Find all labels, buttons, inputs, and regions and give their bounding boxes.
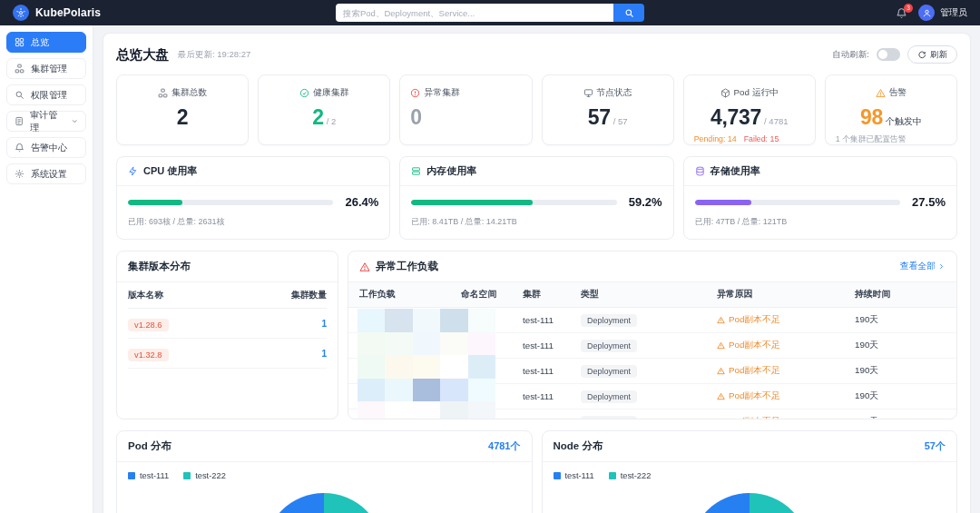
auto-refresh-toggle[interactable] [877, 48, 900, 61]
pod-distribution-card: Pod 分布 4781个 test-111 test-222 [116, 430, 533, 513]
search-icon [624, 8, 634, 18]
stat-card-total-clusters[interactable]: 集群总数 2 [116, 74, 249, 145]
search-button[interactable] [613, 4, 644, 22]
workload-table: 工作负载 命名空间 集群 类型 异常原因 持续时间 tes [348, 282, 956, 419]
chevron-right-icon [937, 262, 946, 271]
alert-triangle-icon [359, 261, 370, 272]
memory-detail: 已用: 8.41TB / 总量: 14.21TB [411, 216, 662, 228]
cluster-count: 1 [270, 319, 327, 329]
stat-value: 57 [588, 105, 611, 129]
alert-triangle-icon [717, 367, 725, 375]
sidebar-label: 系统设置 [31, 168, 67, 181]
sidebar-label: 总览 [31, 36, 49, 49]
cpu-percent: 26.4% [342, 195, 378, 209]
card-title: 集群版本分布 [128, 260, 191, 273]
redacted-mosaic [358, 309, 495, 419]
stat-value: 4,737 [710, 105, 761, 129]
storage-icon [695, 166, 705, 176]
storage-usage-card: 存储使用率 27.5% 已用: 47TB / 总量: 121TB [683, 156, 957, 240]
search-input[interactable] [336, 4, 613, 22]
bell-icon [15, 143, 24, 153]
global-search [336, 4, 644, 22]
sidebar: 总览 集群管理 权限管理 审计管理 告警中心 系统设置 [0, 25, 93, 513]
type-pill: Deployment [581, 416, 637, 420]
alert-triangle-icon [717, 418, 725, 419]
sidebar-item-alerts[interactable]: 告警中心 [6, 137, 86, 158]
sidebar-item-permissions[interactable]: 权限管理 [6, 84, 86, 105]
memory-icon [411, 166, 421, 176]
notifications-button[interactable]: 3 [896, 7, 907, 19]
version-row[interactable]: v1.28.6 1 [128, 309, 327, 339]
sidebar-label: 集群管理 [31, 63, 67, 75]
version-row[interactable]: v1.32.8 1 [128, 339, 327, 369]
stat-value: 2 [312, 105, 324, 129]
stat-card-abnormal-clusters[interactable]: 异常集群 0 [399, 74, 532, 145]
stat-card-healthy-clusters[interactable]: 健康集群 2/ 2 [258, 74, 390, 145]
legend-item[interactable]: test-111 [128, 471, 169, 480]
storage-detail: 已用: 47TB / 总量: 121TB [695, 216, 946, 228]
stat-value: 2 [177, 105, 189, 129]
chart-legend: test-111 test-222 [128, 471, 521, 480]
user-menu[interactable]: 管理员 [918, 5, 967, 21]
alert-triangle-icon [717, 392, 725, 400]
kubernetes-logo-icon [13, 5, 29, 21]
sidebar-label: 审计管理 [30, 109, 64, 134]
sidebar-label: 告警中心 [31, 142, 67, 154]
stat-cards-row: 集群总数 2 健康集群 2/ 2 异常集群 0 节点状态 57/ 57 Pod … [116, 74, 957, 145]
type-pill: Deployment [581, 314, 637, 327]
cluster-icon [15, 64, 24, 74]
user-name: 管理员 [940, 6, 967, 19]
node-donut-chart[interactable] [690, 493, 809, 513]
alert-circle-icon [410, 88, 420, 98]
overview-panel: 总览大盘 最后更新: 19:28:27 自动刷新: 刷新 集群总数 2 健康集群… [103, 33, 971, 513]
sidebar-item-audit[interactable]: 审计管理 [6, 111, 86, 132]
pod-donut-chart[interactable] [264, 493, 384, 513]
grid-icon [15, 37, 24, 47]
user-icon [922, 8, 932, 18]
card-title: Pod 分布 [128, 439, 172, 453]
view-all-link[interactable]: 查看全部 [900, 261, 946, 272]
cpu-progress-bar [128, 200, 333, 205]
top-header: KubePolaris 3 管理员 [0, 0, 980, 25]
cpu-usage-card: CPU 使用率 26.4% 已用: 693核 / 总量: 2631核 [116, 156, 390, 240]
sidebar-item-clusters[interactable]: 集群管理 [6, 58, 86, 79]
legend-item[interactable]: test-111 [554, 471, 594, 480]
stat-card-pods-running[interactable]: Pod 运行中 4,737/ 4781 Pending: 14 Failed: … [683, 74, 816, 145]
card-title: 异常工作负载 [376, 260, 438, 273]
refresh-button[interactable]: 刷新 [907, 45, 957, 64]
cluster-icon [158, 88, 168, 98]
chart-legend: test-111 test-222 [554, 471, 946, 480]
alert-triangle-icon [717, 341, 725, 350]
memory-progress-bar [411, 200, 616, 205]
legend-item[interactable]: test-222 [183, 471, 226, 480]
node-total: 57个 [925, 439, 946, 453]
version-tag: v1.32.8 [128, 349, 169, 361]
type-pill: Deployment [581, 390, 637, 403]
stat-value: 0 [410, 105, 422, 129]
alert-triangle-icon [717, 316, 725, 324]
legend-item[interactable]: test-222 [609, 471, 652, 480]
node-distribution-card: Node 分布 57个 test-111 test-222 [542, 430, 958, 513]
type-pill: Deployment [581, 340, 637, 352]
sidebar-item-overview[interactable]: 总览 [6, 32, 86, 53]
pod-icon [720, 88, 730, 98]
pending-count: Pending: 14 [694, 134, 737, 143]
storage-percent: 27.5% [909, 195, 946, 209]
chevron-down-icon [71, 117, 78, 125]
alert-triangle-icon [876, 88, 886, 98]
cpu-detail: 已用: 693核 / 总量: 2631核 [128, 216, 378, 228]
usage-cards-row: CPU 使用率 26.4% 已用: 693核 / 总量: 2631核 内存使用率… [116, 156, 957, 240]
brand: KubePolaris [13, 5, 101, 21]
sidebar-label: 权限管理 [31, 89, 67, 102]
stat-card-alerts[interactable]: 告警 98个触发中 1 个集群已配置告警 [825, 74, 957, 145]
cluster-count: 1 [270, 349, 327, 359]
bolt-icon [128, 166, 138, 176]
brand-name: KubePolaris [35, 6, 101, 19]
sidebar-item-settings[interactable]: 系统设置 [6, 163, 86, 184]
abnormal-workloads-card: 异常工作负载 查看全部 工作负载 命名空间 集群 类型 异常原因 持续时间 [348, 251, 957, 419]
refresh-icon [917, 50, 926, 59]
type-pill: Deployment [581, 365, 637, 378]
memory-usage-card: 内存使用率 59.2% 已用: 8.41TB / 总量: 14.21TB [399, 156, 673, 240]
auto-refresh-label: 自动刷新: [832, 49, 869, 61]
stat-card-node-status[interactable]: 节点状态 57/ 57 [542, 74, 674, 145]
